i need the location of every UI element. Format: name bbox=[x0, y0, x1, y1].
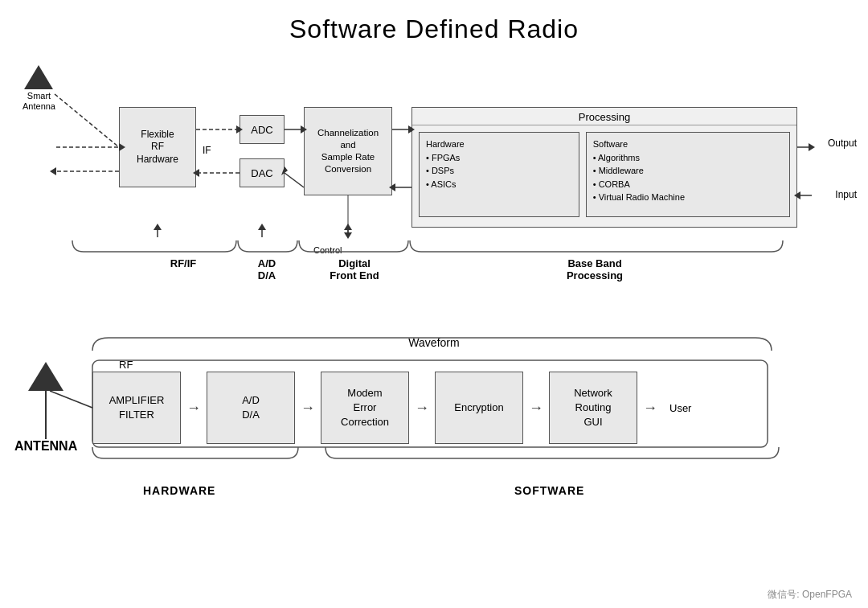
arrow-1: → bbox=[181, 400, 207, 417]
flex-rf-label: FlexibleRFHardware bbox=[137, 129, 178, 166]
antenna-text: ANTENNA bbox=[14, 439, 77, 454]
smart-antenna-label: SmartAntenna bbox=[23, 91, 55, 112]
network-routing-box: NetworkRoutingGUI bbox=[549, 372, 637, 444]
modem-error-label: ModemErrorCorrection bbox=[341, 386, 389, 430]
output-label: Output bbox=[828, 138, 857, 149]
bottom-antenna: ANTENNA bbox=[14, 362, 77, 454]
svg-marker-26 bbox=[258, 224, 266, 230]
digital-front-end-label: DigitalFront End bbox=[296, 257, 413, 281]
network-routing-label: NetworkRoutingGUI bbox=[574, 386, 612, 430]
svg-line-0 bbox=[55, 94, 119, 147]
rf-label: RF bbox=[119, 359, 133, 371]
arrow-2: → bbox=[295, 400, 321, 417]
ad-da-label: A/DD/A bbox=[242, 393, 260, 422]
svg-marker-18 bbox=[809, 143, 815, 151]
arrow-3: → bbox=[409, 400, 435, 417]
bottom-antenna-line bbox=[45, 391, 47, 439]
control-label: Control bbox=[313, 245, 342, 255]
channelization-box: ChannelizationandSample RateConversion bbox=[304, 107, 392, 195]
smart-antenna: SmartAntenna bbox=[23, 65, 55, 112]
arrow-5: → bbox=[637, 400, 663, 417]
ad-da-box: A/DD/A bbox=[207, 372, 295, 444]
watermark: 微信号: OpenFPGA bbox=[768, 588, 852, 602]
amplifier-filter-label: AMPLIFIERFILTER bbox=[109, 393, 165, 422]
dac-label: DAC bbox=[251, 167, 272, 179]
software-inner-box: Software• Algorithms• Middleware• CORBA•… bbox=[586, 132, 790, 217]
bottom-boxes-row: AMPLIFIERFILTER → A/DD/A → ModemErrorCor… bbox=[92, 372, 691, 444]
base-band-label: Base BandProcessing bbox=[410, 257, 780, 281]
encryption-box: Encryption bbox=[435, 372, 523, 444]
hardware-inner-box: Hardware• FPGAs• DSPs• ASICs bbox=[419, 132, 579, 217]
processing-inner: Hardware• FPGAs• DSPs• ASICs Software• A… bbox=[412, 125, 796, 224]
software-label: SOFTWARE bbox=[514, 484, 584, 497]
encryption-label: Encryption bbox=[454, 401, 503, 415]
flex-rf-hardware-box: FlexibleRFHardware bbox=[119, 107, 196, 187]
hardware-label: HARDWARE bbox=[143, 484, 215, 497]
svg-marker-4 bbox=[50, 167, 56, 175]
input-label: Input bbox=[835, 189, 857, 200]
rfif-label: RF/IF bbox=[119, 257, 248, 269]
svg-line-15 bbox=[285, 173, 304, 187]
amplifier-filter-box: AMPLIFIERFILTER bbox=[92, 372, 181, 444]
hardware-inner-label: Hardware• FPGAs• DSPs• ASICs bbox=[426, 139, 465, 189]
channelization-label: ChannelizationandSample RateConversion bbox=[317, 127, 379, 175]
processing-title: Processing bbox=[412, 108, 796, 125]
adc-label: ADC bbox=[251, 124, 272, 136]
antenna-triangle-icon bbox=[24, 65, 53, 89]
page-title: Software Defined Radio bbox=[0, 0, 868, 52]
adc-box: ADC bbox=[240, 115, 285, 144]
bottom-diagram: ANTENNA Waveform RF AMPLIFIERFILTER → A/… bbox=[0, 314, 868, 608]
waveform-label: Waveform bbox=[408, 336, 459, 349]
modem-error-box: ModemErrorCorrection bbox=[321, 372, 409, 444]
ad-da-label: A/DD/A bbox=[236, 257, 297, 281]
dac-box: DAC bbox=[240, 158, 285, 187]
svg-marker-22 bbox=[344, 232, 352, 239]
software-inner-label: Software• Algorithms• Middleware• CORBA•… bbox=[593, 139, 685, 202]
bottom-antenna-icon bbox=[28, 362, 63, 391]
if-label: IF bbox=[203, 145, 211, 156]
user-label: User bbox=[669, 402, 691, 414]
top-diagram: SmartAntenna FlexibleRFHardware IF ADC D… bbox=[0, 52, 868, 302]
svg-marker-28 bbox=[344, 224, 352, 230]
svg-marker-24 bbox=[154, 224, 162, 230]
arrow-4: → bbox=[523, 400, 549, 417]
processing-box: Processing Hardware• FPGAs• DSPs• ASICs … bbox=[411, 107, 797, 228]
